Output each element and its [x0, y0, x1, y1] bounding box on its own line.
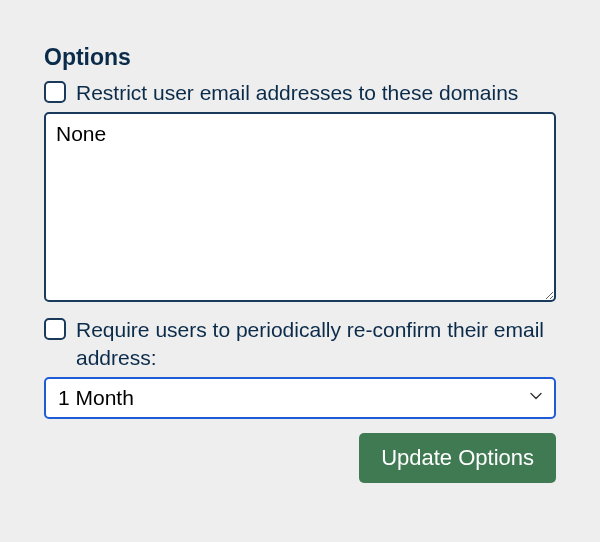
restrict-label: Restrict user email addresses to these d… [76, 79, 518, 106]
restrict-checkbox[interactable] [44, 81, 66, 103]
restrict-checkbox-row: Restrict user email addresses to these d… [44, 79, 556, 106]
reconfirm-label: Require users to periodically re-confirm… [76, 316, 556, 371]
reconfirm-checkbox-row: Require users to periodically re-confirm… [44, 316, 556, 371]
domains-textarea[interactable]: None [44, 112, 556, 302]
update-options-button[interactable]: Update Options [359, 433, 556, 483]
period-select-wrapper: 1 Month [44, 377, 556, 419]
options-title: Options [44, 44, 556, 71]
period-select[interactable]: 1 Month [44, 377, 556, 419]
button-row: Update Options [44, 433, 556, 483]
reconfirm-checkbox[interactable] [44, 318, 66, 340]
